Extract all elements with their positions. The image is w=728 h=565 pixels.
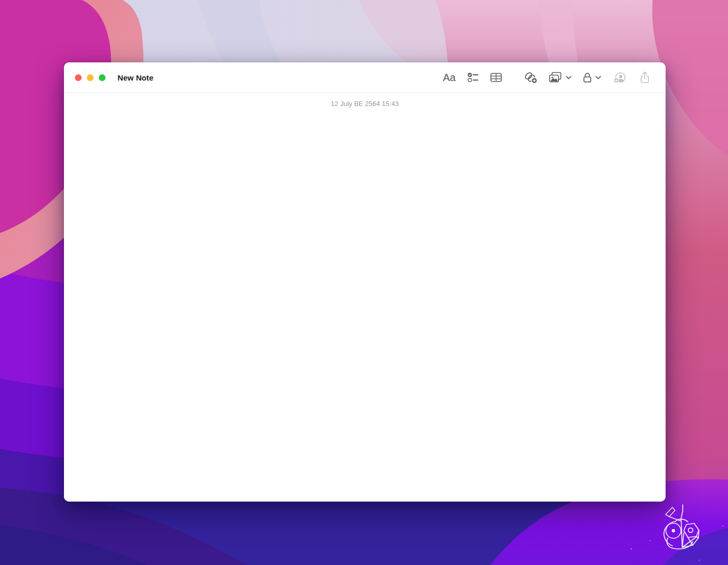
minimize-button[interactable] [87,74,94,81]
lock-icon [582,72,592,83]
share-button[interactable] [636,69,653,86]
share-icon [640,71,650,84]
chevron-down-icon [566,76,571,80]
add-link-icon [524,71,538,84]
titlebar: New Note Aa [64,62,666,93]
window-controls [75,74,106,81]
format-button[interactable]: Aa [441,69,458,86]
window-title: New Note [118,73,153,82]
photos-icon [549,72,563,83]
media-button[interactable] [548,69,573,86]
checklist-button[interactable] [464,69,481,86]
toolbar: Aa [441,69,654,86]
checklist-icon [467,72,479,83]
table-button[interactable] [488,69,504,86]
creature-doodle-watermark [657,501,710,559]
format-aa-icon: Aa [443,72,456,83]
close-button[interactable] [75,74,82,81]
table-icon [490,72,502,83]
collaborate-button[interactable] [611,69,628,86]
note-date-line: 12 July BE 2564 15:43 [64,100,666,108]
add-link-button[interactable] [522,69,539,86]
note-editor[interactable]: 12 July BE 2564 15:43 [64,93,666,502]
zoom-button[interactable] [99,74,106,81]
lock-button[interactable] [581,69,602,86]
add-person-icon [613,72,626,84]
chevron-down-icon [595,76,601,80]
notes-window: New Note Aa [64,62,666,502]
